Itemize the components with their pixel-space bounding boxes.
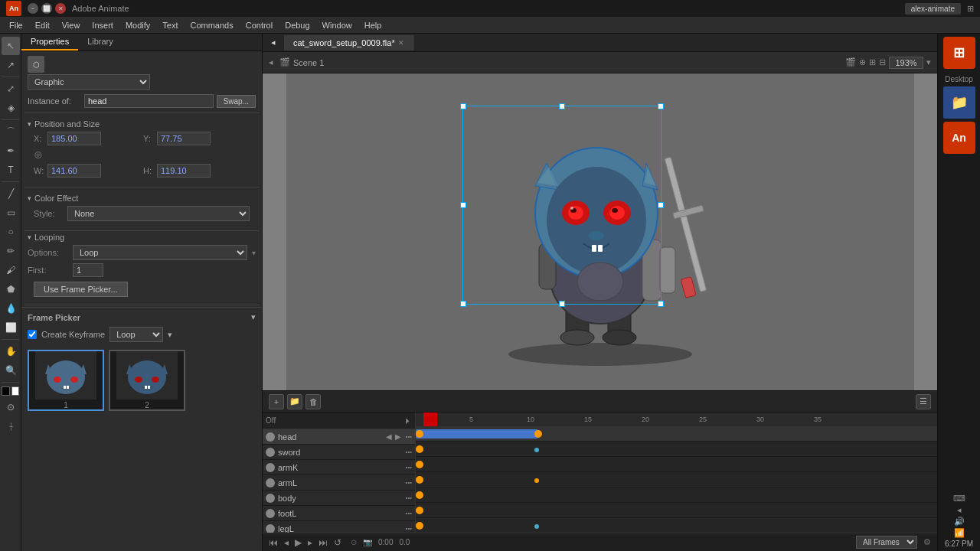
tab-nav-left[interactable]: ◂ (263, 34, 284, 52)
instance-of-input[interactable] (84, 94, 214, 108)
eraser-tool[interactable]: ⬜ (2, 318, 20, 337)
close-button[interactable]: ✕ (55, 3, 66, 14)
tl-row-body[interactable] (416, 487, 937, 503)
tl-row-armk[interactable] (416, 457, 937, 472)
free-transform-tool[interactable]: ⤢ (2, 80, 20, 98)
window-controls[interactable]: − ⬜ ✕ (28, 3, 66, 14)
tl-prev-frame-btn[interactable]: ◂ (284, 537, 289, 548)
tl-row-sword[interactable] (416, 442, 937, 457)
subselect-tool[interactable]: ↗ (2, 56, 20, 74)
position-size-header[interactable]: ▾ Position and Size (28, 119, 256, 129)
menu-debug[interactable]: Debug (279, 19, 315, 31)
menu-window[interactable]: Window (316, 19, 358, 31)
tl-play-btn[interactable]: ▶ (295, 537, 302, 548)
collapse-arrow-icon[interactable]: ▾ (251, 312, 256, 322)
head-kf-end[interactable] (534, 430, 542, 438)
layer-armk[interactable]: armK ••• (263, 460, 415, 475)
menu-insert[interactable]: Insert (86, 19, 119, 31)
menu-commands[interactable]: Commands (184, 19, 239, 31)
frame-thumb-1[interactable]: 1 (28, 350, 104, 411)
arml-kf[interactable] (416, 476, 423, 484)
style-select[interactable]: None Brightness Tint Alpha Advanced (67, 206, 250, 221)
text-tool[interactable]: T (2, 161, 20, 179)
tl-row-arml[interactable] (416, 472, 937, 487)
pen-tool[interactable]: ✒ (2, 142, 20, 160)
tl-forward-btn[interactable]: ⏭ (318, 537, 328, 548)
wifi-icon[interactable]: 📶 (954, 528, 965, 538)
restore-button[interactable]: ⬜ (41, 3, 52, 14)
create-keyframe-checkbox[interactable] (28, 330, 37, 339)
head-kf-start[interactable] (416, 430, 423, 438)
stroke-color[interactable] (2, 386, 10, 396)
menu-edit[interactable]: Edit (29, 19, 56, 31)
use-frame-picker-button[interactable]: Use Frame Picker... (34, 282, 128, 297)
snap-to-objects[interactable]: ⊙ (2, 398, 20, 416)
volume-icon[interactable]: 🔊 (954, 517, 965, 527)
tl-rewind-btn[interactable]: ⏮ (269, 537, 278, 548)
paint-bucket-tool[interactable]: ⬟ (2, 280, 20, 298)
tl-loop-btn[interactable]: ↺ (334, 537, 341, 548)
all-frames-select[interactable]: All Frames (856, 536, 917, 549)
rect-tool[interactable]: ▭ (2, 204, 20, 222)
keyboard-icon[interactable]: ⌨ (953, 494, 965, 504)
fp-dropdown-icon[interactable]: ▾ (168, 330, 172, 340)
line-tool[interactable]: ╱ (2, 184, 20, 203)
menu-modify[interactable]: Modify (119, 19, 156, 31)
hand-tool[interactable]: ✋ (2, 342, 20, 360)
tl-settings-icon[interactable]: ⚙ (923, 537, 931, 547)
frame-thumb-2[interactable]: 2 (109, 350, 185, 411)
oval-tool[interactable]: ○ (2, 223, 20, 241)
tl-row-legl[interactable] (416, 518, 937, 533)
bone-tool[interactable]: ⟊ (2, 417, 20, 435)
eyedropper-tool[interactable]: 💧 (2, 299, 20, 318)
minimize-button[interactable]: − (28, 3, 38, 14)
snap-icon[interactable]: ⊕ (859, 57, 866, 67)
chevron-left-icon[interactable]: ◂ (957, 505, 962, 515)
y-input[interactable] (157, 132, 211, 145)
looping-header[interactable]: ▾ Looping (28, 233, 256, 242)
zoom-tool[interactable]: 🔍 (2, 361, 20, 380)
menu-control[interactable]: Control (240, 19, 279, 31)
view-mode-icon[interactable]: 🎬 (845, 57, 856, 67)
legl-kf[interactable] (416, 522, 423, 530)
h-input[interactable] (157, 164, 211, 178)
zoom-dropdown-icon[interactable]: ▾ (926, 57, 931, 67)
x-input[interactable] (47, 132, 101, 145)
gradient-tool[interactable]: ◈ (2, 99, 20, 117)
tab-properties[interactable]: Properties (21, 34, 78, 51)
layer-legl[interactable]: legL ••• (263, 521, 415, 533)
w-input[interactable] (47, 164, 101, 178)
layer-head[interactable]: head ◀ ▶ ••• (263, 429, 415, 445)
tl-next-frame-btn[interactable]: ▸ (308, 537, 312, 548)
fp-loop-select[interactable]: Loop Play Once (109, 327, 163, 342)
delete-layer-button[interactable]: 🗑 (305, 394, 321, 409)
layer-footl[interactable]: footL ••• (263, 506, 415, 521)
timeline-options-button[interactable]: ☰ (916, 394, 931, 409)
lasso-tool[interactable]: ⌒ (2, 122, 20, 141)
menu-file[interactable]: File (3, 19, 29, 31)
new-layer-button[interactable]: + (269, 394, 284, 409)
desktop-icon[interactable]: 📁 (943, 86, 975, 119)
tab-close-icon[interactable]: ✕ (398, 39, 404, 47)
menu-view[interactable]: View (56, 19, 87, 31)
link-proportions-icon[interactable]: ⊕ (34, 148, 43, 161)
armk-kf[interactable] (416, 461, 423, 468)
layer-arml[interactable]: armL ••• (263, 475, 415, 491)
pencil-tool[interactable]: ✏ (2, 242, 20, 260)
fit-icon[interactable]: ⊞ (869, 57, 876, 67)
layer-head-next-icon[interactable]: ▶ (395, 432, 401, 441)
symbol-type-select[interactable]: Graphic Movie Clip Button (28, 74, 150, 90)
looping-options-select[interactable]: Loop Play Once Single Frame (73, 245, 247, 260)
fill-color[interactable] (11, 386, 20, 396)
layer-body[interactable]: body ••• (263, 491, 415, 506)
menu-text[interactable]: Text (156, 19, 184, 31)
tl-row-head[interactable] (416, 426, 937, 442)
new-folder-button[interactable]: 📁 (287, 394, 302, 409)
canvas-tab-main[interactable]: cat_sword_setup_0009.fla* ✕ (284, 35, 414, 51)
back-icon[interactable]: ◂ (269, 57, 273, 67)
layer-sword[interactable]: sword ••• (263, 445, 415, 460)
layer-head-play-icon[interactable]: ◀ (386, 432, 392, 441)
first-input[interactable] (73, 263, 103, 277)
grid-icon[interactable]: ⊟ (879, 57, 886, 67)
canvas-area[interactable]: Looping options for Graphics (263, 73, 937, 390)
